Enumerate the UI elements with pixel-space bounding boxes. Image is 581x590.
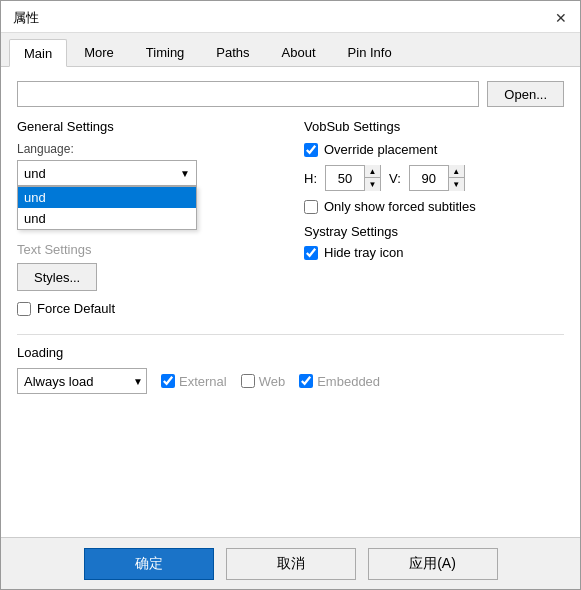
- content-area: Open... General Settings Language: und ▼…: [1, 67, 580, 537]
- vobsub-title: VobSub Settings: [304, 119, 564, 134]
- general-settings-label: General Settings: [17, 119, 284, 134]
- right-column: VobSub Settings Override placement H: ▲ …: [294, 119, 564, 322]
- loading-dropdown[interactable]: Always load Never load Smart load: [17, 368, 147, 394]
- override-placement-label: Override placement: [324, 142, 437, 157]
- language-dropdown-list: und und: [17, 186, 197, 230]
- file-input[interactable]: [17, 81, 479, 107]
- override-placement-checkbox[interactable]: [304, 143, 318, 157]
- two-col-layout: General Settings Language: und ▼ und und…: [17, 119, 564, 322]
- apply-button[interactable]: 应用(A): [368, 548, 498, 580]
- forced-subtitles-checkbox[interactable]: [304, 200, 318, 214]
- embedded-checkbox-label: Embedded: [299, 374, 380, 389]
- language-dropdown-header[interactable]: und ▼: [17, 160, 197, 186]
- forced-subtitles-label: Only show forced subtitles: [324, 199, 476, 214]
- tab-more[interactable]: More: [69, 39, 129, 66]
- external-checkbox[interactable]: [161, 374, 175, 388]
- tab-about[interactable]: About: [267, 39, 331, 66]
- embedded-checkbox[interactable]: [299, 374, 313, 388]
- v-spinner: ▲ ▼: [409, 165, 465, 191]
- systray-title: Systray Settings: [304, 224, 564, 239]
- loading-label: Loading: [17, 345, 564, 360]
- loading-check-group: External Web Embedded: [161, 374, 380, 389]
- open-button[interactable]: Open...: [487, 81, 564, 107]
- v-increment-button[interactable]: ▲: [448, 165, 464, 178]
- h-increment-button[interactable]: ▲: [364, 165, 380, 178]
- web-checkbox[interactable]: [241, 374, 255, 388]
- embedded-label: Embedded: [317, 374, 380, 389]
- loading-section: Loading Always load Never load Smart loa…: [17, 334, 564, 394]
- loading-row: Always load Never load Smart load ▼ Exte…: [17, 368, 564, 394]
- language-dropdown-wrapper: und ▼ und und: [17, 160, 197, 186]
- hide-tray-label: Hide tray icon: [324, 245, 403, 260]
- override-placement-row: Override placement: [304, 142, 564, 157]
- force-default-label: Force Default: [37, 301, 115, 316]
- v-decrement-button[interactable]: ▼: [448, 178, 464, 191]
- external-checkbox-label: External: [161, 374, 227, 389]
- h-input[interactable]: [326, 166, 364, 190]
- h-spinner-buttons: ▲ ▼: [364, 165, 380, 191]
- forced-subtitles-row: Only show forced subtitles: [304, 199, 564, 214]
- ok-button[interactable]: 确定: [84, 548, 214, 580]
- dropdown-item-0[interactable]: und: [18, 187, 196, 208]
- hide-tray-row: Hide tray icon: [304, 245, 564, 260]
- hide-tray-checkbox[interactable]: [304, 246, 318, 260]
- main-window: 属性 ✕ Main More Timing Paths About Pin In…: [0, 0, 581, 590]
- tab-bar: Main More Timing Paths About Pin Info: [1, 33, 580, 67]
- v-input[interactable]: [410, 166, 448, 190]
- left-column: General Settings Language: und ▼ und und…: [17, 119, 294, 322]
- window-title: 属性: [13, 9, 39, 27]
- styles-button[interactable]: Styles...: [17, 263, 97, 291]
- dropdown-arrow-icon: ▼: [180, 168, 190, 179]
- force-default-checkbox[interactable]: [17, 302, 31, 316]
- cancel-button[interactable]: 取消: [226, 548, 356, 580]
- tab-pin-info[interactable]: Pin Info: [333, 39, 407, 66]
- force-default-row: Force Default: [17, 301, 284, 316]
- external-label: External: [179, 374, 227, 389]
- tab-main[interactable]: Main: [9, 39, 67, 67]
- language-label: Language:: [17, 142, 284, 156]
- close-button[interactable]: ✕: [550, 7, 572, 29]
- loading-dropdown-wrapper: Always load Never load Smart load ▼: [17, 368, 147, 394]
- bottom-bar: 确定 取消 应用(A): [1, 537, 580, 589]
- v-spinner-buttons: ▲ ▼: [448, 165, 464, 191]
- tab-timing[interactable]: Timing: [131, 39, 200, 66]
- text-settings-label: Text Settings: [17, 242, 284, 257]
- h-spinner: ▲ ▼: [325, 165, 381, 191]
- tab-paths[interactable]: Paths: [201, 39, 264, 66]
- v-label: V:: [389, 171, 401, 186]
- h-decrement-button[interactable]: ▼: [364, 178, 380, 191]
- title-bar: 属性 ✕: [1, 1, 580, 33]
- web-checkbox-label: Web: [241, 374, 286, 389]
- dropdown-item-1[interactable]: und: [18, 208, 196, 229]
- file-row: Open...: [17, 81, 564, 107]
- hv-row: H: ▲ ▼ V: ▲ ▼: [304, 165, 564, 191]
- h-label: H:: [304, 171, 317, 186]
- language-selected-value: und: [24, 166, 46, 181]
- web-label: Web: [259, 374, 286, 389]
